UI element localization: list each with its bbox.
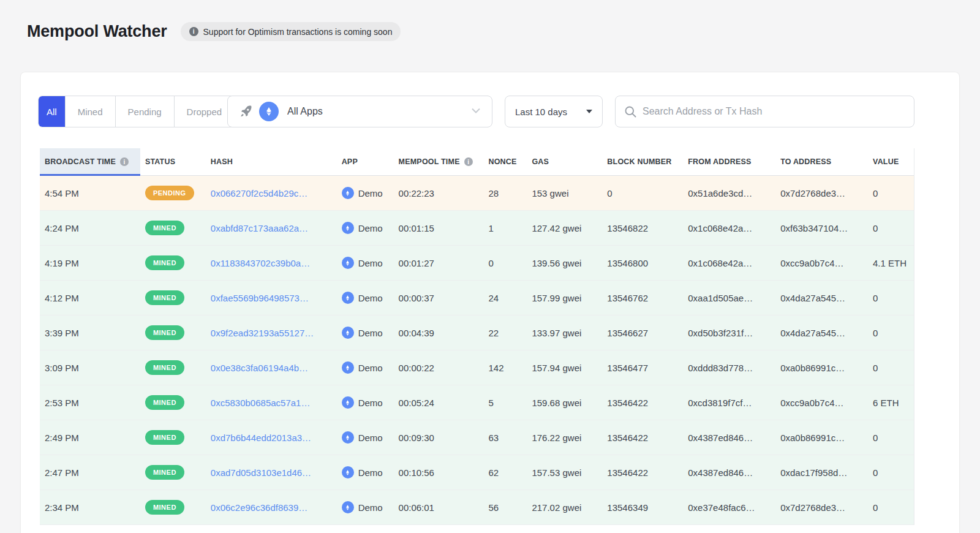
tx-hash-link[interactable]: 0x06c2e96c36df8639… <box>211 502 307 513</box>
block-number-cell: 13546800 <box>602 246 683 280</box>
tx-hash-link[interactable]: 0x1183843702c39b0a… <box>211 258 310 268</box>
table-row: 2:47 PM MINED 0xad7d05d3103e1d46… Demo 0… <box>40 455 914 490</box>
app-cell: Demo <box>337 281 394 315</box>
hash-cell: 0xd7b6b44edd2013a3… <box>206 420 337 455</box>
hash-cell: 0xfae5569b96498573… <box>206 281 337 315</box>
block-number-cell: 0 <box>602 176 683 210</box>
transactions-table: BROADCAST TIME i STATUS HASH APP MEMPOOL… <box>40 148 914 525</box>
status-badge: MINED <box>145 255 184 270</box>
status-badge: MINED <box>145 430 184 445</box>
table-body: 4:54 PM PENDING 0x066270f2c5d4b29c… Demo… <box>40 176 914 525</box>
block-number-cell: 13546822 <box>602 211 683 245</box>
hash-cell: 0x9f2ead32193a55127… <box>206 316 337 350</box>
table-row: 4:12 PM MINED 0xfae5569b96498573… Demo 0… <box>40 281 914 316</box>
col-header-app[interactable]: APP <box>337 148 394 175</box>
notice-text: Support for Optimism transactions is com… <box>203 27 393 37</box>
app-selector-dropdown[interactable]: All Apps <box>227 96 492 127</box>
col-header-block-number[interactable]: BLOCK NUMBER <box>602 148 683 175</box>
mempool-time-cell: 00:00:37 <box>394 281 484 315</box>
col-header-gas[interactable]: GAS <box>527 148 602 175</box>
value-cell: 0 <box>868 490 914 524</box>
info-icon: i <box>189 27 198 36</box>
tx-hash-link[interactable]: 0x9f2ead32193a55127… <box>211 328 314 338</box>
tx-hash-link[interactable]: 0x0e38c3fa06194a4b… <box>211 363 308 373</box>
info-icon: i <box>120 157 129 166</box>
hash-cell: 0xad7d05d3103e1d46… <box>206 455 337 490</box>
to-address-cell: 0x7d2768de3… <box>775 176 868 210</box>
to-address-cell: 0xf63b347104… <box>775 211 868 245</box>
col-header-to-address[interactable]: TO ADDRESS <box>775 148 868 175</box>
hash-cell: 0x06c2e96c36df8639… <box>206 490 337 524</box>
mempool-time-cell: 00:01:15 <box>394 211 484 245</box>
status-badge: MINED <box>145 500 184 515</box>
app-name: Demo <box>358 398 383 408</box>
from-address-cell: 0x1c068e42a… <box>683 246 775 280</box>
col-header-from-address[interactable]: FROM ADDRESS <box>683 148 775 175</box>
mempool-time-cell: 00:10:56 <box>394 455 484 490</box>
mempool-time-cell: 00:04:39 <box>394 316 484 350</box>
filter-tab-mined[interactable]: Mined <box>65 96 115 127</box>
value-cell: 0 <box>868 176 914 210</box>
col-header-mempool-time[interactable]: MEMPOOL TIME i <box>394 148 484 175</box>
col-header-value[interactable]: VALUE <box>868 148 914 175</box>
block-number-cell: 13546422 <box>602 455 683 490</box>
eth-icon <box>342 501 354 513</box>
mempool-time-cell: 00:01:27 <box>394 246 484 280</box>
col-header-hash[interactable]: HASH <box>206 148 337 175</box>
table-row: 4:24 PM MINED 0xabfd87c173aaa62a… Demo 0… <box>40 211 914 246</box>
hash-cell: 0xc5830b0685ac57a1… <box>206 385 337 420</box>
table-header-row: BROADCAST TIME i STATUS HASH APP MEMPOOL… <box>40 148 914 176</box>
tx-hash-link[interactable]: 0xc5830b0685ac57a1… <box>211 398 311 408</box>
broadcast-time-cell: 3:39 PM <box>40 316 140 350</box>
value-cell: 0 <box>868 455 914 490</box>
nonce-cell: 22 <box>483 316 527 350</box>
hash-cell: 0x0e38c3fa06194a4b… <box>206 350 337 385</box>
gas-cell: 176.22 gwei <box>527 420 602 455</box>
ethereum-network-icon <box>259 102 279 121</box>
eth-icon <box>342 292 354 304</box>
app-cell: Demo <box>337 176 394 210</box>
tx-hash-link[interactable]: 0xd7b6b44edd2013a3… <box>211 433 311 443</box>
value-cell: 0 <box>868 350 914 385</box>
tx-hash-link[interactable]: 0xabfd87c173aaa62a… <box>211 223 308 233</box>
status-badge: MINED <box>145 465 184 480</box>
from-address-cell: 0x1c068e42a… <box>683 211 775 245</box>
status-badge: MINED <box>145 290 184 305</box>
search-input[interactable] <box>643 106 905 117</box>
page-title: Mempool Watcher <box>27 22 167 41</box>
col-header-status[interactable]: STATUS <box>140 148 206 175</box>
tx-hash-link[interactable]: 0x066270f2c5d4b29c… <box>211 188 307 198</box>
filter-tab-pending[interactable]: Pending <box>115 96 174 127</box>
tx-hash-link[interactable]: 0xad7d05d3103e1d46… <box>211 467 311 478</box>
to-address-cell: 0x4da27a545… <box>775 281 868 315</box>
app-cell: Demo <box>337 455 394 490</box>
filter-tab-all[interactable]: All <box>39 96 65 127</box>
from-address-cell: 0xcd3819f7cf… <box>683 385 775 420</box>
col-header-nonce[interactable]: NONCE <box>483 148 527 175</box>
status-cell: MINED <box>140 350 206 385</box>
table-row: 3:39 PM MINED 0x9f2ead32193a55127… Demo … <box>40 316 914 350</box>
col-header-broadcast-time[interactable]: BROADCAST TIME i <box>40 148 140 175</box>
status-filter-group: All Mined Pending Dropped <box>38 96 235 127</box>
status-cell: MINED <box>140 211 206 245</box>
broadcast-time-cell: 4:54 PM <box>40 176 140 210</box>
eth-icon <box>342 187 354 199</box>
gas-cell: 159.68 gwei <box>527 385 602 420</box>
broadcast-time-cell: 2:47 PM <box>40 455 140 490</box>
hash-cell: 0x1183843702c39b0a… <box>206 246 337 280</box>
block-number-cell: 13546422 <box>602 420 683 455</box>
value-cell: 0 <box>868 420 914 455</box>
app-cell: Demo <box>337 490 394 524</box>
app-cell: Demo <box>337 350 394 385</box>
table-row: 4:54 PM PENDING 0x066270f2c5d4b29c… Demo… <box>40 176 914 211</box>
from-address-cell: 0x51a6de3cd… <box>683 176 775 210</box>
date-range-dropdown[interactable]: Last 10 days <box>505 96 603 127</box>
caret-down-icon <box>586 110 592 113</box>
broadcast-time-cell: 3:09 PM <box>40 350 140 385</box>
from-address-cell: 0x4387ed846… <box>683 420 775 455</box>
from-address-cell: 0xddd83d778… <box>683 350 775 385</box>
mempool-time-cell: 00:06:01 <box>394 490 484 524</box>
tx-hash-link[interactable]: 0xfae5569b96498573… <box>211 293 309 303</box>
status-cell: MINED <box>140 316 206 350</box>
filter-tab-dropped[interactable]: Dropped <box>174 96 235 127</box>
